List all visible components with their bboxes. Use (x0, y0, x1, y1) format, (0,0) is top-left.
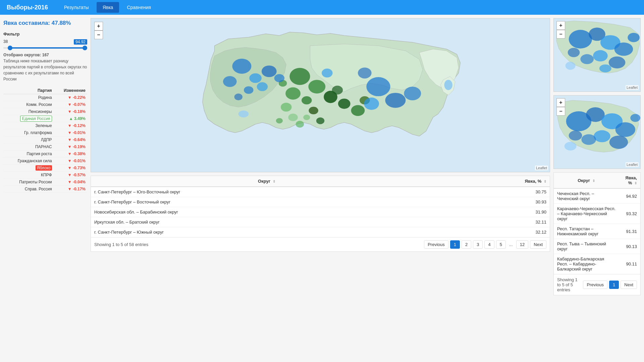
party-row[interactable]: ЛДПР▼ -0.64% (3, 136, 87, 143)
party-row[interactable]: ПАРНАС▼ -0.19% (3, 143, 87, 150)
filter-label: Фильтр (3, 32, 87, 37)
right-pagination: Showing 1 to 5 of 5 entries Previous 1 N… (554, 274, 640, 295)
filter-description: Таблица ниже показывает разницу результа… (3, 59, 87, 81)
district-name: Респ. Татарстан – Нижнекамский округ (554, 224, 619, 239)
bottom-mini-map-credit: Leaflet (626, 162, 639, 167)
main-map-zoom-in[interactable]: + (94, 22, 103, 31)
right-table-section: Округ ⇕ Явка, % ⇕ Чеченская Респ. – Чече… (553, 172, 641, 295)
svg-point-5 (338, 99, 351, 109)
table-row[interactable]: Кабардино-Балкарская Респ. – Кабардино-Б… (554, 254, 640, 274)
party-row[interactable]: Справ. Россия▼ -0.17% (3, 186, 87, 193)
center-page-12-btn[interactable]: 12 (516, 240, 528, 249)
bottom-mini-map-controls: + − (556, 98, 565, 116)
main-map-controls: + − (94, 22, 103, 39)
center-col-district[interactable]: Округ ⇕ (91, 176, 442, 187)
top-mini-zoom-out[interactable]: − (556, 30, 565, 39)
center-col-turnout[interactable]: Явка, % ⇕ (442, 176, 550, 187)
center-page-2-btn[interactable]: 2 (462, 240, 471, 249)
svg-point-17 (274, 74, 285, 82)
svg-point-12 (316, 117, 324, 124)
party-change: ▼ -0.07% (54, 101, 87, 108)
svg-point-20 (234, 94, 243, 100)
center-page-1-btn[interactable]: 1 (450, 240, 460, 249)
party-name: Партия роста (3, 150, 54, 158)
svg-point-44 (628, 33, 640, 42)
party-row[interactable]: КПРФ▼ -0.57% (3, 172, 87, 179)
right-page-1-btn[interactable]: 1 (609, 281, 619, 289)
party-change: ▲ 3.49% (54, 115, 87, 122)
svg-point-28 (288, 114, 298, 121)
party-row[interactable]: Гр. платформа▼ -0.01% (3, 129, 87, 136)
bottom-mini-zoom-out[interactable]: − (556, 107, 565, 116)
center-prev-btn[interactable]: Previous (424, 240, 448, 249)
svg-point-32 (444, 80, 452, 90)
svg-point-40 (593, 50, 608, 62)
svg-point-38 (614, 43, 633, 56)
right-prev-btn[interactable]: Previous (583, 281, 607, 289)
center-page-3-btn[interactable]: 3 (473, 240, 483, 249)
nav-turnout[interactable]: Явка (97, 2, 119, 13)
svg-point-35 (569, 30, 592, 49)
center-page-4-btn[interactable]: 4 (484, 240, 494, 249)
district-name: Кабардино-Балкарская Респ. – Кабардино-Б… (554, 254, 619, 274)
svg-point-51 (609, 135, 628, 149)
party-row[interactable]: Родина▼ -0.22% (3, 94, 87, 101)
party-change: ▼ -0.18% (54, 108, 87, 115)
left-panel: Явка составила: 47.88% Фильтр 38 94.92 О… (3, 18, 87, 295)
party-row[interactable]: Пенсионеры▼ -0.18% (3, 108, 87, 115)
header: Выборы-2016 Результаты Явка Сравнения (0, 0, 644, 15)
main-map-credit: Leaflet (535, 166, 548, 170)
party-row[interactable]: Патриоты России▼ -0.04% (3, 179, 87, 186)
table-row[interactable]: Респ. Тыва – Тывинский округ90.13 (554, 239, 640, 254)
party-row[interactable]: Партия роста▼ -0.38% (3, 150, 87, 158)
app-title: Выборы-2016 (7, 4, 48, 11)
nav-compare[interactable]: Сравнения (121, 2, 157, 13)
center-page-5-btn[interactable]: 5 (496, 240, 506, 249)
table-row[interactable]: Карачаево-Черкесская Респ. – Карачаево-Ч… (554, 204, 640, 224)
table-row[interactable]: Чеченская Респ. – Чеченский округ94.92 (554, 188, 640, 204)
right-col-district[interactable]: Округ ⇕ (554, 173, 619, 188)
slider-thumb-left[interactable] (8, 46, 12, 50)
right-panel: + − Leaflet (553, 18, 641, 295)
right-sort-icon-district: ⇕ (592, 179, 595, 183)
svg-point-13 (232, 59, 251, 74)
svg-point-26 (322, 69, 333, 77)
party-name: ПАРНАС (3, 143, 54, 150)
table-row[interactable]: г. Санкт-Петербург – Юго-Восточный округ… (91, 187, 550, 197)
right-col-turnout[interactable]: Явка, % ⇕ (619, 173, 640, 188)
party-col-header: Партия (3, 87, 54, 94)
nav-results[interactable]: Результаты (58, 2, 95, 13)
table-row[interactable]: Иркутская обл. – Братский округ32.11 (91, 217, 550, 227)
turnout-value: 93.32 (619, 204, 640, 224)
party-name: Гражданская сила (3, 158, 54, 165)
svg-point-7 (285, 87, 301, 100)
table-row[interactable]: Новосибирская обл. – Барабинский округ31… (91, 207, 550, 217)
party-row[interactable]: Единая Россия▲ 3.49% (3, 115, 87, 122)
party-row[interactable]: Гражданская сила▼ -0.01% (3, 158, 87, 165)
top-mini-zoom-in[interactable]: + (556, 21, 565, 30)
district-name: Карачаево-Черкесская Респ. – Карачаево-Ч… (554, 204, 619, 224)
table-row[interactable]: г. Санкт-Петербург – Восточный округ30.9… (91, 197, 550, 207)
party-row[interactable]: Яблоко▼ -0.73% (3, 165, 87, 172)
svg-point-55 (565, 142, 577, 150)
main-map-zoom-out[interactable]: − (94, 31, 103, 39)
slider-thumb-right[interactable] (83, 46, 87, 50)
sort-icon-district: ⇕ (273, 180, 275, 183)
party-row[interactable]: Зеленые▼ -0.12% (3, 122, 87, 129)
party-change: ▼ -0.01% (54, 129, 87, 136)
bottom-mini-map-svg (554, 96, 640, 169)
nav-menu: Результаты Явка Сравнения (58, 2, 157, 13)
district-name: Иркутская обл. – Братский округ (91, 217, 442, 227)
center-next-btn[interactable]: Next (530, 240, 546, 249)
party-change: ▼ -0.73% (54, 165, 87, 172)
turnout-value: 94.92 (619, 188, 640, 204)
svg-point-14 (223, 76, 237, 87)
bottom-mini-zoom-in[interactable]: + (556, 98, 565, 107)
party-row[interactable]: Комм. России▼ -0.07% (3, 101, 87, 108)
party-change: ▼ -0.17% (54, 186, 87, 193)
table-row[interactable]: Респ. Татарстан – Нижнекамский округ91.3… (554, 224, 640, 239)
turnout-value: 32.11 (442, 217, 550, 227)
right-next-btn[interactable]: Next (621, 281, 637, 289)
party-name: ЛДПР (3, 136, 54, 143)
table-row[interactable]: г. Санкт-Петербург – Южный округ32.12 (91, 227, 550, 237)
